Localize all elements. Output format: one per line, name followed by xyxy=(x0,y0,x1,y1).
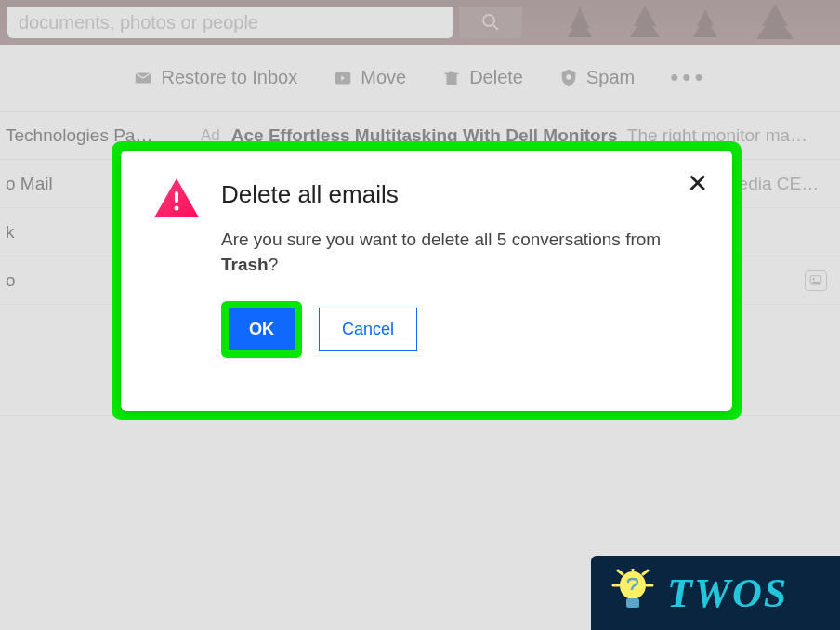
ok-button[interactable]: OK xyxy=(229,308,295,350)
warning-icon xyxy=(154,178,199,358)
modal-title: Delete all emails xyxy=(221,180,699,209)
twos-watermark: TWOS xyxy=(591,556,840,630)
cancel-button[interactable]: Cancel xyxy=(319,308,417,351)
svg-rect-17 xyxy=(626,598,639,608)
modal-button-row: OK Cancel xyxy=(221,301,699,358)
delete-all-emails-dialog: ✕ Delete all emails xyxy=(121,151,732,411)
modal-text: Are you sure you want to delete all 5 co… xyxy=(221,228,699,277)
svg-point-15 xyxy=(175,206,179,211)
twos-text: TWOS xyxy=(667,570,788,617)
ok-button-highlight: OK xyxy=(221,301,302,358)
svg-rect-14 xyxy=(175,191,178,203)
modal-content: Delete all emails Are you sure you want … xyxy=(221,178,699,358)
modal-highlight-border: ✕ Delete all emails xyxy=(112,141,742,420)
close-button[interactable]: ✕ xyxy=(687,171,708,197)
lightbulb-icon xyxy=(611,569,654,617)
